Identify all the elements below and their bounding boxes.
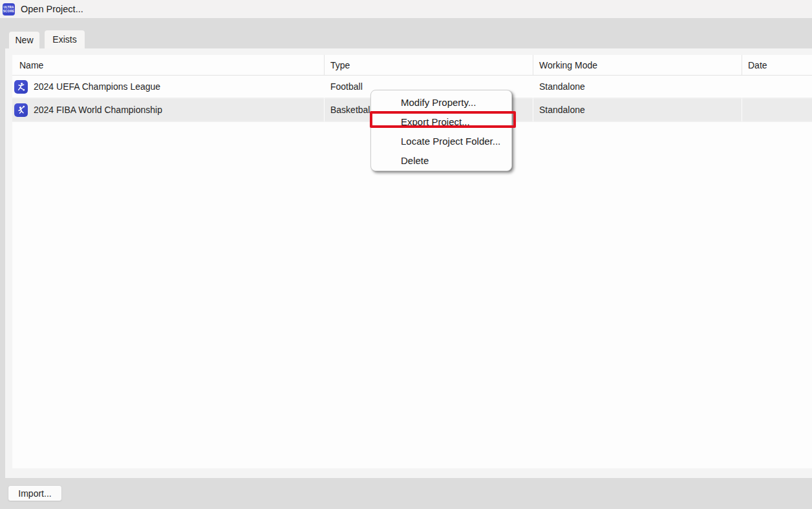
- project-working-mode-cell: Standalone: [533, 76, 742, 99]
- project-date-cell: [742, 99, 812, 122]
- project-working-mode-cell: Standalone: [533, 99, 742, 122]
- app-logo-icon: ULTRA SCORE: [3, 3, 15, 16]
- bottom-bar: Import...: [0, 478, 812, 509]
- column-header-type[interactable]: Type: [325, 55, 533, 76]
- football-player-icon: [14, 80, 28, 94]
- import-button[interactable]: Import...: [8, 485, 62, 501]
- column-header-date[interactable]: Date: [742, 55, 812, 76]
- table-header-row: Name Type Working Mode Date: [12, 55, 812, 76]
- menu-item-modify-property[interactable]: Modify Property...: [371, 93, 511, 112]
- tab-exists[interactable]: Exists: [45, 30, 85, 48]
- project-name-cell: 2024 UEFA Champions League: [12, 76, 325, 99]
- project-name: 2024 UEFA Champions League: [34, 81, 160, 92]
- window-title: Open Project...: [21, 4, 83, 14]
- project-name: 2024 FIBA World Championship: [34, 105, 162, 115]
- basketball-player-icon: [14, 103, 28, 117]
- menu-item-export-project[interactable]: Export Project...: [371, 112, 511, 132]
- column-header-working-mode[interactable]: Working Mode: [533, 55, 742, 76]
- menu-item-delete[interactable]: Delete: [371, 151, 511, 171]
- titlebar: ULTRA SCORE Open Project...: [0, 0, 812, 18]
- tab-exists-label: Exists: [52, 34, 76, 45]
- context-menu: Modify Property... Export Project... Loc…: [370, 90, 512, 171]
- app-logo-text-bottom: SCORE: [3, 10, 15, 13]
- project-date-cell: [742, 76, 812, 99]
- tab-new[interactable]: New: [9, 32, 39, 48]
- tab-strip: New Exists: [0, 18, 812, 48]
- tab-new-label: New: [15, 35, 33, 45]
- project-name-cell: 2024 FIBA World Championship: [12, 99, 325, 122]
- column-header-name[interactable]: Name: [12, 55, 325, 76]
- menu-item-locate-project-folder[interactable]: Locate Project Folder...: [371, 132, 511, 151]
